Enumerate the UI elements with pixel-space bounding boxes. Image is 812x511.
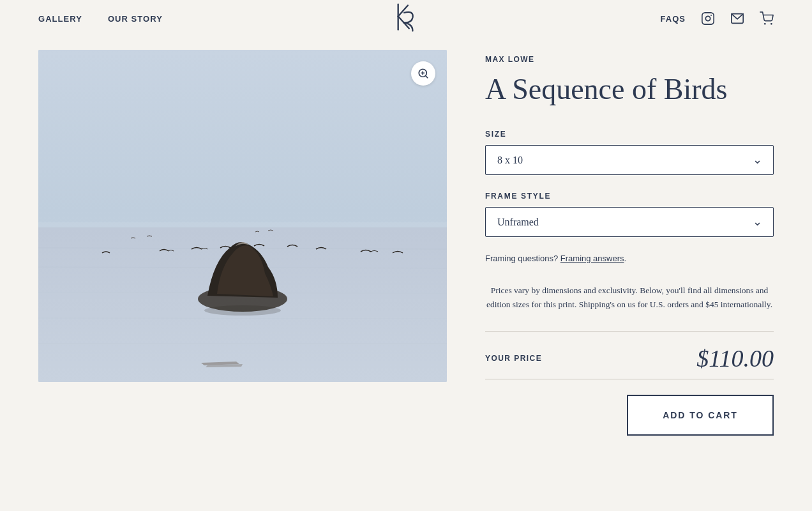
price-row: YOUR PRICE $110.00	[485, 344, 774, 372]
product-details: MAX LOWE A Sequence of Birds SIZE 8 x 10…	[485, 50, 774, 436]
nav-faqs[interactable]: FAQS	[660, 14, 686, 24]
svg-point-1	[705, 16, 710, 20]
site-logo[interactable]	[390, 0, 422, 38]
price-divider-top	[485, 331, 774, 332]
nav-gallery[interactable]: GALLERY	[38, 14, 82, 24]
size-label: SIZE	[485, 130, 774, 139]
frame-select-wrapper: Unframed Black Frame White Frame Natural…	[485, 207, 774, 237]
nav-left: GALLERY OUR STORY	[38, 14, 163, 24]
pricing-info: Prices vary by dimensions and exclusivit…	[485, 276, 774, 325]
svg-point-5	[771, 23, 772, 25]
svg-point-15	[204, 305, 281, 316]
svg-point-2	[710, 15, 712, 16]
main-content: MAX LOWE A Sequence of Birds SIZE 8 x 10…	[0, 37, 812, 461]
svg-rect-0	[702, 13, 714, 24]
framing-note: Framing questions? Framing answers.	[485, 254, 774, 263]
mail-icon[interactable]	[730, 11, 744, 26]
zoom-button[interactable]	[411, 61, 435, 86]
frame-label: FRAME STYLE	[485, 192, 774, 201]
svg-line-17	[425, 75, 427, 77]
price-label: YOUR PRICE	[485, 354, 542, 363]
framing-answers-link[interactable]: Framing answers	[560, 254, 624, 263]
nav-right: FAQS	[660, 11, 774, 26]
frame-select[interactable]: Unframed Black Frame White Frame Natural…	[485, 207, 774, 237]
product-image	[38, 50, 447, 382]
price-divider-bottom	[485, 379, 774, 379]
product-image-container	[38, 50, 447, 382]
cart-icon[interactable]	[760, 11, 774, 26]
size-select[interactable]: 8 x 10 11 x 14 16 x 20 20 x 30	[485, 145, 774, 175]
nav-our-story[interactable]: OUR STORY	[108, 14, 163, 24]
size-select-wrapper: 8 x 10 11 x 14 16 x 20 20 x 30 ⌄	[485, 145, 774, 175]
artist-name: MAX LOWE	[485, 55, 774, 64]
svg-point-4	[764, 23, 766, 25]
price-value: $110.00	[696, 344, 774, 372]
add-to-cart-button[interactable]: ADD TO CART	[627, 395, 774, 436]
product-title: A Sequence of Birds	[485, 73, 774, 107]
instagram-icon[interactable]	[701, 11, 715, 26]
